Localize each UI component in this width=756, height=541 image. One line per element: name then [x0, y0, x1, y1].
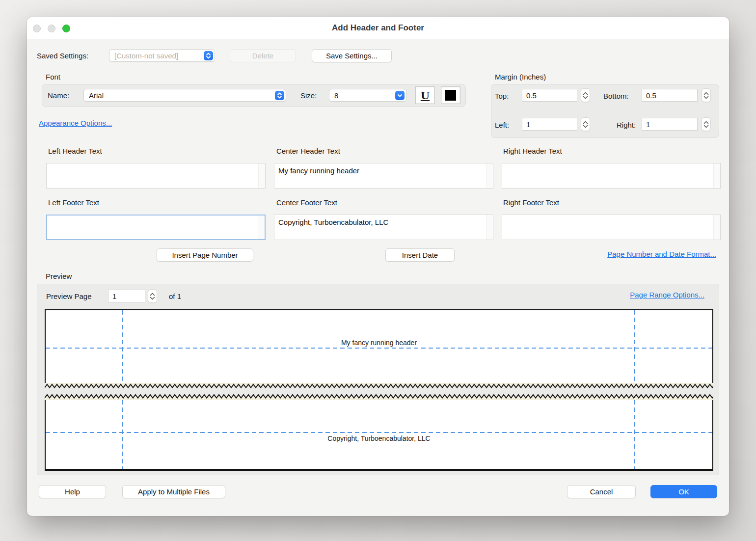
torn-edge-top-icon: [45, 383, 713, 390]
page-range-options-link[interactable]: Page Range Options...: [630, 291, 704, 299]
margin-bottom-label: Bottom:: [603, 92, 629, 100]
zoom-window-icon[interactable]: [62, 25, 70, 32]
color-swatch: [445, 90, 456, 101]
cancel-button[interactable]: Cancel: [567, 485, 636, 498]
preview-page-top-fragment: My fancy running header: [45, 309, 713, 383]
margin-right-input[interactable]: [642, 118, 698, 131]
close-window-icon[interactable]: [33, 25, 41, 32]
traffic-lights: [33, 25, 70, 32]
left-header-textarea[interactable]: [47, 163, 258, 188]
scrollbar-gutter: [713, 163, 720, 188]
saved-settings-select[interactable]: [Custom-not saved]: [109, 49, 215, 62]
scrollbar-gutter: [713, 215, 720, 240]
window-title: Add Header and Footer: [332, 23, 424, 33]
font-size-combo[interactable]: 8: [329, 89, 406, 102]
preview-page-stepper[interactable]: [148, 289, 157, 303]
preview-page-label: Preview Page: [46, 292, 92, 300]
appearance-options-link[interactable]: Appearance Options...: [39, 119, 112, 127]
margin-top-input[interactable]: [522, 89, 577, 102]
right-header-textbox[interactable]: [502, 163, 721, 189]
add-header-footer-dialog: Add Header and Footer Saved Settings: [C…: [27, 17, 729, 516]
popup-updown-icon: [275, 91, 284, 100]
preview-section-label: Preview: [46, 272, 72, 280]
center-footer-label: Center Footer Text: [276, 198, 337, 207]
center-footer-textbox[interactable]: Copyright, Turboencabulator, LLC: [274, 215, 493, 240]
font-size-label: Size:: [300, 91, 317, 100]
preview-page-bottom-fragment: Copyright, Turboencabulator, LLC: [45, 400, 713, 471]
margin-top-label: Top:: [495, 92, 509, 100]
saved-settings-value: [Custom-not saved]: [109, 52, 204, 60]
right-footer-textbox[interactable]: [502, 215, 721, 240]
left-header-textbox[interactable]: [46, 163, 266, 189]
margin-left-input[interactable]: [522, 118, 577, 131]
torn-edge-bottom-icon: [45, 393, 713, 400]
popup-updown-icon: [204, 51, 213, 60]
center-header-textarea[interactable]: My fancy running header: [274, 163, 486, 188]
left-margin-guide: [122, 310, 123, 383]
preview-footer-text: Copyright, Turboencabulator, LLC: [46, 434, 712, 442]
margin-left-label: Left:: [495, 121, 509, 129]
scrollbar-gutter: [486, 215, 493, 240]
saved-settings-label: Saved Settings:: [37, 52, 88, 60]
font-name-label: Name:: [48, 91, 69, 100]
page-number-date-format-link[interactable]: Page Number and Date Format...: [607, 250, 716, 258]
font-name-select[interactable]: Arial: [83, 89, 286, 102]
insert-date-button[interactable]: Insert Date: [385, 248, 455, 262]
right-header-textarea[interactable]: [502, 163, 713, 188]
delete-button[interactable]: Delete: [230, 49, 296, 62]
font-color-button[interactable]: [441, 86, 460, 104]
left-footer-textarea[interactable]: [47, 216, 258, 239]
margin-right-label: Right:: [617, 121, 636, 129]
scrollbar-gutter: [258, 216, 265, 239]
font-size-value: 8: [329, 91, 395, 100]
header-margin-guide: [46, 348, 712, 349]
right-margin-guide: [634, 310, 635, 383]
margin-bottom-stepper[interactable]: [702, 88, 711, 102]
center-header-label: Center Header Text: [276, 147, 340, 155]
right-header-label: Right Header Text: [503, 147, 562, 155]
scrollbar-gutter: [258, 163, 265, 188]
underline-button[interactable]: U: [415, 86, 435, 104]
left-footer-textbox[interactable]: [46, 215, 266, 240]
preview-header-text: My fancy running header: [46, 339, 712, 347]
scrollbar-gutter: [486, 163, 493, 188]
left-header-label: Left Header Text: [48, 147, 102, 155]
margin-bottom-input[interactable]: [642, 89, 698, 102]
margin-left-stepper[interactable]: [581, 117, 590, 131]
margin-section-label: Margin (Inches): [495, 73, 546, 81]
footer-margin-guide: [46, 432, 712, 433]
right-footer-textarea[interactable]: [502, 215, 713, 240]
right-footer-label: Right Footer Text: [503, 198, 559, 207]
save-settings-button[interactable]: Save Settings...: [312, 49, 392, 62]
preview-page-count: of 1: [169, 292, 181, 300]
title-bar: Add Header and Footer: [27, 17, 729, 39]
margin-top-stepper[interactable]: [581, 88, 590, 102]
font-section-label: Font: [46, 73, 60, 81]
center-footer-textarea[interactable]: Copyright, Turboencabulator, LLC: [274, 215, 486, 240]
underline-glyph: U: [421, 89, 430, 102]
left-footer-label: Left Footer Text: [48, 198, 99, 207]
margin-right-stepper[interactable]: [702, 117, 711, 131]
font-name-value: Arial: [84, 91, 275, 100]
insert-page-number-button[interactable]: Insert Page Number: [157, 248, 253, 262]
preview-page-input[interactable]: [108, 290, 145, 302]
center-header-textbox[interactable]: My fancy running header: [274, 163, 493, 189]
minimize-window-icon[interactable]: [48, 25, 55, 32]
chevron-down-icon: [395, 91, 405, 100]
apply-to-multiple-files-button[interactable]: Apply to Multiple Files: [122, 485, 225, 498]
ok-button[interactable]: OK: [650, 485, 717, 498]
preview-panel: Preview Page of 1 Page Range Options... …: [37, 284, 719, 475]
help-button[interactable]: Help: [39, 485, 106, 498]
